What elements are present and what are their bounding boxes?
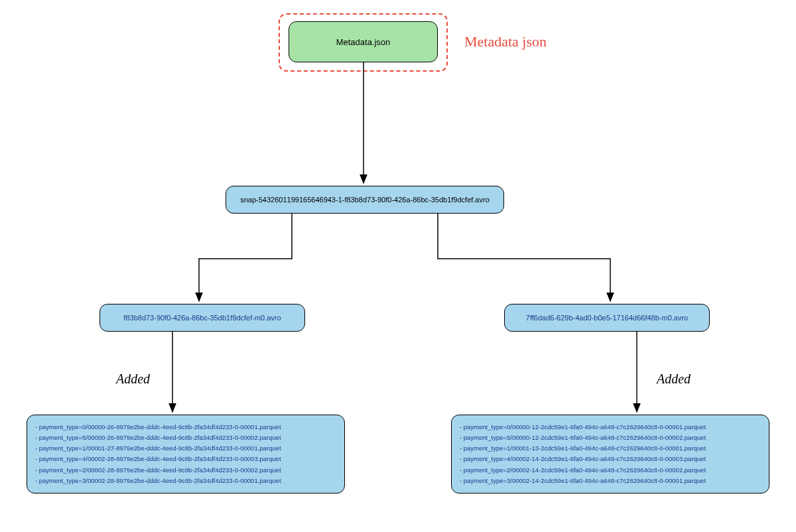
avro-right-label: 7ff6dad6-629b-4ad0-b0e5-17164d66f48b-m0.…	[526, 314, 688, 322]
avro-right-node: 7ff6dad6-629b-4ad0-b0e5-17164d66f48b-m0.…	[504, 304, 710, 332]
parquet-left-line: - payment_type=3/00002-28-8979e2be-dddc-…	[35, 476, 336, 486]
parquet-right-line: - payment_type=5/00000-12-2cdc59e1-6fa0-…	[460, 432, 761, 443]
snap-avro-label: snap-5432601199165646943-1-f83b8d73-90f0…	[240, 196, 490, 204]
parquet-left-box: - payment_type=0/00000-26-8979e2be-dddc-…	[27, 415, 345, 494]
avro-left-label: f83b8d73-90f0-426a-86bc-35db1f9dcfef-m0.…	[123, 314, 281, 322]
snap-avro-node: snap-5432601199165646943-1-f83b8d73-90f0…	[226, 186, 504, 214]
parquet-right-line: - payment_type=1/00001-13-2cdc59e1-6fa0-…	[460, 443, 761, 454]
parquet-right-line: - payment_type=3/00002-14-2cdc59e1-6fa0-…	[460, 476, 761, 486]
parquet-right-line: - payment_type=4/00002-14-2cdc59e1-6fa0-…	[460, 454, 761, 464]
avro-left-node: f83b8d73-90f0-426a-86bc-35db1f9dcfef-m0.…	[100, 304, 305, 332]
parquet-left-line: - payment_type=2/00002-28-8979e2be-dddc-…	[35, 465, 336, 476]
parquet-left-line: - payment_type=5/00000-26-8979e2be-dddc-…	[35, 432, 336, 443]
parquet-right-line: - payment_type=0/00000-12-2cdc59e1-6fa0-…	[460, 422, 761, 432]
metadata-annotation: Metadata json	[464, 33, 547, 50]
parquet-right-line: - payment_type=2/00002-14-2cdc59e1-6fa0-…	[460, 465, 761, 476]
added-label-left: Added	[116, 371, 150, 387]
parquet-right-box: - payment_type=0/00000-12-2cdc59e1-6fa0-…	[451, 415, 769, 494]
parquet-left-line: - payment_type=1/00001-27-8979e2be-dddc-…	[35, 443, 336, 454]
parquet-left-line: - payment_type=0/00000-26-8979e2be-dddc-…	[35, 422, 336, 432]
parquet-left-line: - payment_type=4/00002-28-8979e2be-dddc-…	[35, 454, 336, 464]
added-label-right: Added	[657, 371, 691, 387]
metadata-node-label: Metadata.json	[336, 37, 391, 47]
metadata-node: Metadata.json	[289, 21, 438, 62]
